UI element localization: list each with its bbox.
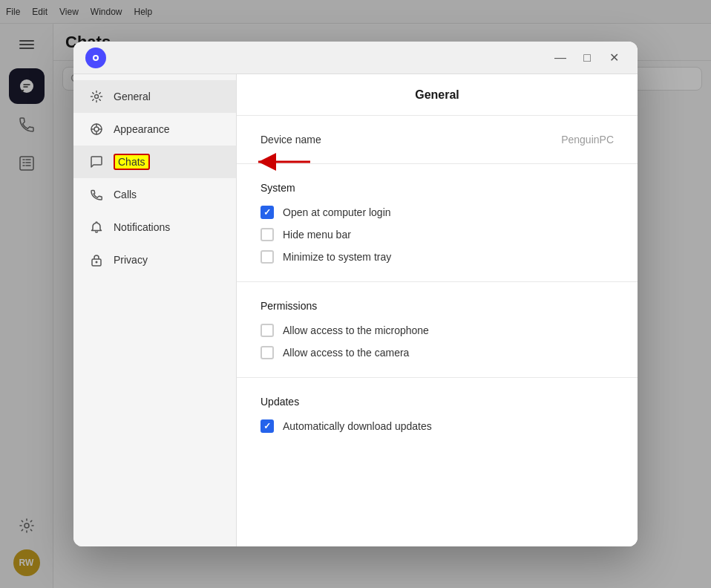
hide-menu-bar-checkbox[interactable] [261,228,274,241]
modal-overlay: — □ ✕ General [0,0,711,588]
settings-nav-general-label: General [114,91,151,102]
camera-label: Allow access to the camera [283,347,409,359]
camera-checkbox[interactable] [261,346,274,359]
titlebar-controls: — □ ✕ [548,48,626,68]
settings-nav-calls[interactable]: Calls [73,178,236,211]
settings-nav-privacy[interactable]: Privacy [73,244,236,276]
microphone-checkbox[interactable] [261,324,274,337]
settings-nav-chats-label: Chats [114,156,150,168]
app-logo [85,48,106,68]
auto-download-label: Automatically download updates [283,420,432,432]
camera-row: Allow access to the camera [261,346,614,359]
chats-nav-icon [88,154,105,170]
settings-nav-appearance-label: Appearance [114,123,170,135]
minimize-to-tray-label: Minimize to system tray [283,251,391,263]
chats-highlight-text: Chats [114,154,150,170]
device-name-section: Device name PenguinPC [237,116,638,164]
privacy-nav-icon [88,252,105,268]
settings-nav-chats[interactable]: Chats [73,146,236,178]
device-name-label: Device name [261,134,321,146]
general-icon [88,88,105,105]
settings-content: General Device name PenguinPC System Ope… [237,74,638,546]
updates-section-title: Updates [261,396,614,408]
appearance-icon [88,121,105,137]
system-section-title: System [261,182,614,194]
svg-point-10 [95,95,99,99]
minimize-to-tray-checkbox[interactable] [261,250,274,264]
maximize-button[interactable]: □ [575,48,599,68]
settings-nav-privacy-label: Privacy [114,254,148,266]
close-button[interactable]: ✕ [602,48,626,68]
updates-section: Updates Automatically download updates [237,378,638,451]
microphone-row: Allow access to the microphone [261,324,614,337]
hide-menu-bar-row: Hide menu bar [261,228,614,241]
settings-nav-calls-label: Calls [114,189,137,200]
device-name-value: PenguinPC [561,134,614,146]
settings-sidebar: General Appearance [73,74,237,546]
minimize-button[interactable]: — [548,48,572,68]
modal-titlebar: — □ ✕ [73,42,638,74]
svg-point-15 [96,261,98,264]
auto-download-row: Automatically download updates [261,419,614,433]
device-name-row: Device name PenguinPC [261,134,614,146]
settings-modal: — □ ✕ General [73,42,638,546]
hide-menu-bar-label: Hide menu bar [283,229,351,241]
notifications-nav-icon [88,219,105,235]
settings-nav-appearance[interactable]: Appearance [73,113,236,146]
settings-content-header: General [237,74,638,116]
open-at-login-checkbox[interactable] [261,206,274,219]
calls-nav-icon [88,186,105,203]
permissions-section: Permissions Allow access to the micropho… [237,282,638,378]
microphone-label: Allow access to the microphone [283,324,429,336]
open-at-login-label: Open at computer login [283,206,391,218]
settings-nav-general[interactable]: General [73,80,236,113]
auto-download-checkbox[interactable] [261,419,274,433]
minimize-to-tray-row: Minimize to system tray [261,250,614,264]
system-section: System Open at computer login Hide menu … [237,164,638,282]
svg-point-9 [94,56,97,59]
svg-point-12 [94,127,99,131]
settings-nav-notifications-label: Notifications [114,221,170,233]
settings-panel-title: General [415,88,459,102]
open-at-login-row: Open at computer login [261,206,614,219]
settings-nav-notifications[interactable]: Notifications [73,211,236,244]
modal-body: General Appearance [73,74,638,546]
permissions-section-title: Permissions [261,300,614,312]
